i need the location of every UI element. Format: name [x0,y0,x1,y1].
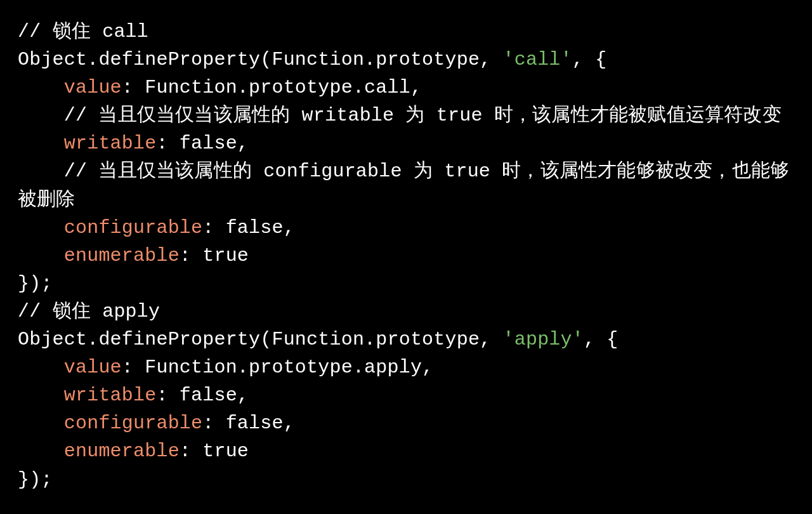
code-line: enumerable: true [18,245,249,267]
code-block: // 锁住 call Object.defineProperty(Functio… [0,0,812,511]
indent [18,77,64,98]
code-token: enumerable [64,245,180,267]
code-line: enumerable: true [18,440,249,462]
code-token: 'call' [503,49,572,70]
code-token: enumerable [64,440,180,462]
indent [18,245,64,267]
indent [18,440,64,462]
code-token: : true [180,245,249,267]
code-token: Object.defineProperty(Function.prototype… [18,49,503,70]
indent [18,357,64,378]
code-token: writable [64,385,157,406]
code-line: }); [18,273,53,294]
code-token: // 当且仅当仅当该属性的 writable 为 true 时，该属性才能被赋值… [64,105,782,126]
code-line: // 当且仅当该属性的 configurable 为 true 时，该属性才能够… [18,161,789,210]
code-token: }); [18,469,53,491]
code-token: , { [572,49,607,70]
code-line: configurable: false, [18,217,295,239]
code-token: // 当且仅当该属性的 configurable 为 true 时，该属性才能够… [18,161,789,210]
code-line: configurable: false, [18,412,295,434]
code-token: value [64,357,122,378]
code-token: configurable [64,217,202,239]
code-token: value [64,77,122,98]
code-line: // 当且仅当仅当该属性的 writable 为 true 时，该属性才能被赋值… [18,105,782,126]
code-token: // 锁住 call [18,21,148,43]
code-token: : false, [156,385,249,406]
code-line: Object.defineProperty(Function.prototype… [18,329,619,350]
indent [18,105,64,126]
code-token: : Function.prototype.call, [122,77,422,98]
code-line: value: Function.prototype.apply, [18,357,433,378]
indent [18,133,64,154]
code-token: Object.defineProperty(Function.prototype… [18,329,503,350]
code-token: writable [64,133,157,154]
code-token: : false, [202,412,295,434]
code-line: // 锁住 call [18,21,148,43]
code-token: }); [18,273,53,294]
indent [18,161,64,182]
code-line: writable: false, [18,133,249,154]
code-line: // 锁住 apply [18,301,160,322]
code-token: , { [584,329,619,350]
indent [18,412,64,434]
code-token: : Function.prototype.apply, [122,357,433,378]
code-line: Object.defineProperty(Function.prototype… [18,49,606,70]
indent [18,385,64,406]
indent [18,217,64,239]
code-token: : true [180,440,249,462]
code-line: value: Function.prototype.call, [18,77,422,98]
code-token: : false, [202,217,295,239]
code-token: 'apply' [503,329,584,350]
code-token: configurable [64,412,202,434]
code-token: : false, [156,133,249,154]
code-line: }); [18,469,53,491]
code-token: // 锁住 apply [18,301,160,322]
code-line: writable: false, [18,385,249,406]
